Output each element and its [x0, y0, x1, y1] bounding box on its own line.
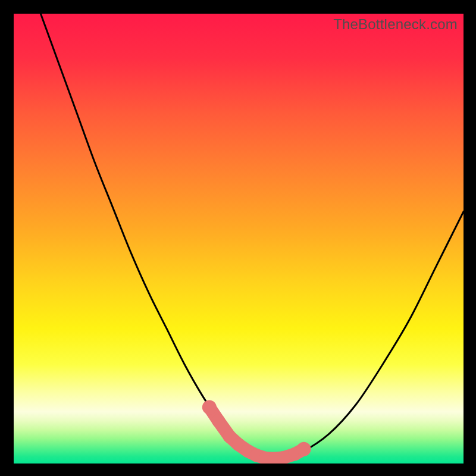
marker-dot	[212, 414, 225, 427]
marker-dot	[202, 400, 217, 415]
curve-layer	[14, 14, 464, 464]
plot-area: TheBottleneck.com	[14, 14, 464, 464]
marker-dot	[297, 442, 311, 456]
highlight-markers	[202, 400, 311, 464]
chart-stage: TheBottleneck.com	[0, 0, 476, 476]
bottleneck-curve	[40, 14, 464, 459]
